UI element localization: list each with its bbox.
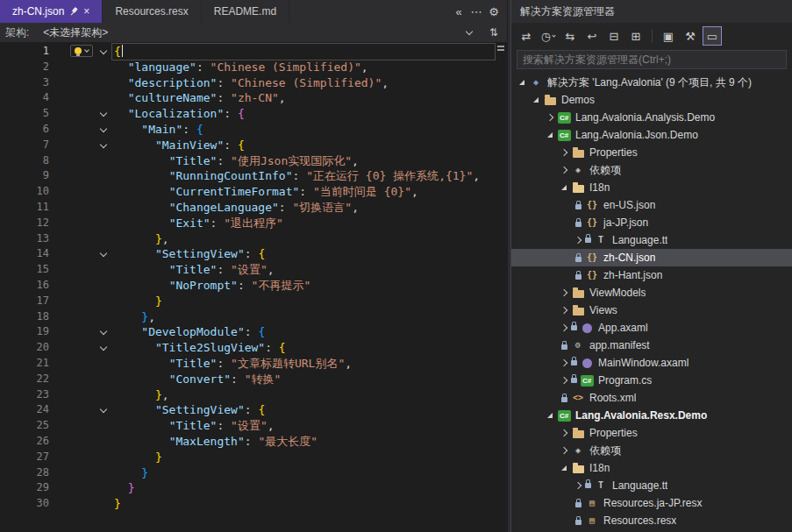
tree-item[interactable]: ▤Resources.resx <box>511 512 792 529</box>
code-line[interactable]: 1{ <box>0 44 507 60</box>
code-line[interactable]: 4 "cultureName": "zh-CN", <box>0 90 507 106</box>
schema-selector[interactable]: <未选择架构> <box>36 25 479 40</box>
document-tab[interactable]: zh-CN.json× <box>0 0 103 23</box>
tree-arrow-slot[interactable] <box>529 97 543 103</box>
tree-arrow-slot[interactable] <box>543 413 557 418</box>
collapse-tab-list-icon[interactable]: « <box>451 6 467 18</box>
tree-arrow-slot[interactable] <box>543 132 557 138</box>
code-line[interactable]: 13 }, <box>0 231 507 247</box>
code-line[interactable]: 21 "Title": "文章标题转URL别名", <box>0 356 507 372</box>
tree-item[interactable]: {}en-US.json <box>511 196 792 214</box>
tree-item[interactable]: Demos <box>511 91 792 109</box>
code-line[interactable]: 29 } <box>0 480 507 496</box>
tree-arrow-slot[interactable] <box>557 185 571 190</box>
tree-arrow-slot[interactable] <box>571 483 585 488</box>
tree-arrow-slot[interactable] <box>557 290 571 295</box>
code-line[interactable]: 18 }, <box>0 309 507 325</box>
tree-item[interactable]: TLanguage.tt <box>511 231 792 249</box>
tree-item[interactable]: ▤Resources.ja-JP.resx <box>511 494 792 512</box>
fold-expanded-icon[interactable] <box>100 47 107 54</box>
tree-arrow-slot[interactable] <box>557 150 571 155</box>
fold-marker[interactable] <box>95 402 112 418</box>
fold-marker[interactable] <box>95 106 112 122</box>
tree-arrow-slot[interactable] <box>557 465 571 471</box>
tree-item[interactable]: TLanguage.tt <box>511 477 792 494</box>
tree-item[interactable]: {}zh-Hant.json <box>511 266 792 284</box>
code-line[interactable]: 7 "MainView": { <box>0 138 507 153</box>
fold-expanded-icon[interactable] <box>100 140 107 147</box>
tree-item[interactable]: <>Roots.xml <box>511 389 792 407</box>
code-line[interactable]: 5 "Localization": { <box>0 106 507 122</box>
tree-arrow-slot[interactable] <box>557 430 571 436</box>
tree-item[interactable]: I18n <box>511 179 792 196</box>
tree-arrow-slot[interactable] <box>571 238 585 243</box>
code-line[interactable]: 23 }, <box>0 387 507 403</box>
editor-settings-icon[interactable]: ⚙ <box>486 6 502 18</box>
fold-marker[interactable] <box>95 324 112 340</box>
code-line[interactable]: 20 "Title2SlugView": { <box>0 340 507 356</box>
tree-item[interactable]: App.axaml <box>511 319 792 337</box>
code-line[interactable]: 19 "DevelopModule": { <box>0 324 507 340</box>
fold-expanded-icon[interactable] <box>100 328 107 335</box>
tree-item[interactable]: Properties <box>511 424 792 442</box>
tree-arrow-slot[interactable] <box>543 115 557 120</box>
fold-marker[interactable] <box>95 122 112 138</box>
lightbulb-icon[interactable] <box>70 45 93 57</box>
code-line[interactable]: 27 } <box>0 450 507 465</box>
code-line[interactable]: 30} <box>0 496 507 512</box>
tree-arrow-slot[interactable] <box>557 448 571 453</box>
editor-scrollbar[interactable] <box>496 44 507 532</box>
switch-views-icon[interactable]: ▭ <box>703 26 722 46</box>
tree-arrow-slot[interactable] <box>557 325 571 330</box>
tree-arrow-slot[interactable] <box>557 167 571 173</box>
tree-arrow-slot[interactable] <box>515 80 529 85</box>
code-line[interactable]: 22 "Convert": "转换" <box>0 372 507 387</box>
close-icon[interactable]: × <box>83 6 89 17</box>
code-line[interactable]: 14 "SettingView": { <box>0 246 507 262</box>
code-line[interactable]: 3 "description": "Chinese (Simplified)", <box>0 75 507 91</box>
fold-marker[interactable] <box>95 138 112 153</box>
fold-marker[interactable] <box>95 44 112 60</box>
code-line[interactable]: 8 "Title": "使用Json实现国际化", <box>0 153 507 169</box>
fold-expanded-icon[interactable] <box>100 125 107 132</box>
tree-item[interactable]: C#Lang.Avalonia.Analysis.Demo <box>511 109 792 126</box>
code-line[interactable]: 12 "Exit": "退出程序" <box>0 216 507 231</box>
fold-marker[interactable] <box>95 340 112 356</box>
code-line[interactable]: 2 "language": "Chinese (Simplified)", <box>0 60 507 75</box>
tree-item[interactable]: ◆解决方案 'Lang.Avalonia' (9 个项目, 共 9 个) <box>511 74 792 91</box>
code-line[interactable]: 9 "RunningCountInfo": "正在运行 {0} 操作系统,{1}… <box>0 168 507 184</box>
fold-expanded-icon[interactable] <box>100 344 107 351</box>
code-line[interactable]: 28 } <box>0 465 507 481</box>
document-tab[interactable]: README.md <box>202 0 289 23</box>
search-input[interactable] <box>523 53 781 66</box>
solution-explorer-search[interactable] <box>517 50 787 69</box>
collapse-all-icon[interactable]: ⊟ <box>604 26 624 46</box>
tree-item[interactable]: MainWindow.axaml <box>511 354 792 372</box>
tree-item[interactable]: ◈依赖项 <box>511 442 792 459</box>
code-line[interactable]: 25 "Title": "设置", <box>0 418 507 434</box>
show-all-files-icon[interactable]: ▣ <box>659 26 678 46</box>
tree-item[interactable]: ViewModels <box>511 284 792 301</box>
code-line[interactable]: 24 "SettingView": { <box>0 402 507 418</box>
pending-changes-filter-icon[interactable]: ◷ <box>539 26 558 46</box>
fold-expanded-icon[interactable] <box>100 110 107 117</box>
sync-with-active-document-icon[interactable]: ⇄ <box>517 26 536 46</box>
tree-item[interactable]: C#Program.cs <box>511 372 792 389</box>
properties-icon[interactable]: ⊞ <box>626 26 646 46</box>
split-editor-icon[interactable]: ⇅ <box>486 26 502 39</box>
tree-item[interactable]: Views <box>511 301 792 319</box>
code-line[interactable]: 6 "Main": { <box>0 122 507 138</box>
tree-item[interactable]: Properties <box>511 144 792 161</box>
tree-arrow-slot[interactable] <box>557 360 571 365</box>
tree-item[interactable]: {}zh-CN.json <box>511 249 792 266</box>
tree-item[interactable]: C#Lang.Avalonia.Resx.Demo <box>511 407 792 424</box>
code-line[interactable]: 26 "MaxLength": "最大长度" <box>0 434 507 450</box>
fold-expanded-icon[interactable] <box>100 406 107 413</box>
tree-item[interactable]: I18n <box>511 459 792 477</box>
fold-expanded-icon[interactable] <box>100 250 107 257</box>
code-line[interactable]: 10 "CurrentTimeFormat": "当前时间是 {0}", <box>0 184 507 200</box>
code-editor[interactable]: 1{2 "language": "Chinese (Simplified)",3… <box>0 42 507 532</box>
document-tab[interactable]: Resources.resx <box>103 0 201 23</box>
code-line[interactable]: 17 } <box>0 294 507 309</box>
code-line[interactable]: 15 "Title": "设置", <box>0 262 507 278</box>
